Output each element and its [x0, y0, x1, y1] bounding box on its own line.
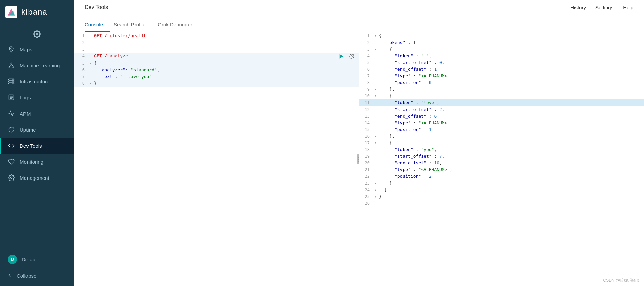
output-line-19: 19 "start_offset" : 7, [359, 153, 644, 160]
sidebar-item-ml[interactable]: Machine Learning [0, 57, 74, 73]
uptime-icon [8, 126, 15, 133]
avatar: D [8, 255, 17, 264]
editor-code-area[interactable]: 1 GET /_cluster/health 2 3 [74, 32, 359, 286]
svg-point-20 [11, 177, 12, 179]
svg-point-4 [11, 48, 12, 49]
sidebar-collapse[interactable]: Collapse [0, 268, 74, 283]
output-line-22: 22 "position" : 2 [359, 173, 644, 180]
output-line-5: 5 "start_offset" : 0, [359, 59, 644, 66]
sidebar-item-apm-label: APM [20, 111, 31, 117]
pane-divider[interactable] [357, 154, 359, 164]
editor-line-4: 4 GET /_analyze [74, 53, 359, 60]
tab-grok-debugger[interactable]: Grok Debugger [158, 18, 199, 32]
logo: kibana [0, 0, 74, 24]
tabs: Console Search Profiler Grok Debugger [74, 15, 644, 32]
editor-line-1: 1 GET /_cluster/health [74, 32, 359, 39]
sidebar-item-apm[interactable]: APM [0, 105, 74, 122]
output-line-6: 6 "end_offset" : 1, [359, 66, 644, 73]
run-button[interactable] [338, 53, 345, 60]
tab-search-profiler[interactable]: Search Profiler [114, 18, 154, 32]
settings-link[interactable]: Settings [595, 5, 613, 10]
output-line-25: 25 ▴ } [359, 193, 644, 200]
output-line-15: 15 "position" : 1 [359, 126, 644, 133]
topbar: Dev Tools History Settings Help [74, 0, 644, 15]
editor-line-3: 3 [74, 46, 359, 53]
sidebar: kibana Maps Machine Learning [0, 0, 74, 286]
output-line-7: 7 "type" : "<ALPHANUM>", [359, 73, 644, 79]
editor-line-7: 7 "text": "i love you" [74, 73, 359, 80]
output-line-1: 1 ▾ { [359, 32, 644, 39]
sidebar-top-icon[interactable] [0, 27, 74, 41]
output-line-21: 21 "type" : "<ALPHANUM>", [359, 166, 644, 173]
output-line-14: 14 "type" : "<ALPHANUM>", [359, 120, 644, 126]
sidebar-item-ml-label: Machine Learning [20, 63, 60, 68]
page-title: Dev Tools [85, 4, 108, 10]
output-line-24: 24 ▴ ] [359, 187, 644, 193]
output-line-26: 26 [359, 200, 644, 207]
output-line-16: 16 ▴ }, [359, 133, 644, 140]
sidebar-user[interactable]: D Default [0, 250, 74, 268]
sidebar-user-label: Default [22, 257, 38, 262]
right-output-pane: 1 ▾ { 2 "tokens" : [ 3 ▾ { [359, 32, 644, 286]
sidebar-bottom: D Default Collapse [0, 247, 74, 286]
output-line-3: 3 ▾ { [359, 46, 644, 53]
editor-line-2: 2 [74, 39, 359, 46]
sidebar-item-monitoring[interactable]: Monitoring [0, 154, 74, 170]
maps-icon [8, 46, 15, 53]
editor-line-8: 8 ▴ } [74, 80, 359, 87]
output-line-12: 12 "start_offset" : 2, [359, 106, 644, 113]
svg-point-7 [13, 67, 14, 68]
line-4-actions [338, 53, 359, 60]
sidebar-item-management[interactable]: Management [0, 170, 74, 186]
sidebar-item-management-label: Management [20, 175, 49, 181]
sidebar-item-logs[interactable]: Logs [0, 89, 74, 105]
left-editor-pane[interactable]: 1 GET /_cluster/health 2 3 [74, 32, 359, 286]
svg-point-3 [36, 33, 38, 35]
help-link[interactable]: Help [623, 5, 633, 10]
sidebar-item-maps[interactable]: Maps [0, 41, 74, 57]
output-line-8: 8 "position" : 0 [359, 79, 644, 86]
apm-icon [8, 110, 15, 117]
editor-line-5: 5 ▾ { [74, 60, 359, 67]
main-content: Dev Tools History Settings Help Console … [74, 0, 644, 286]
output-line-9: 9 ▴ }, [359, 86, 644, 93]
svg-point-5 [11, 63, 12, 64]
logs-icon [8, 94, 15, 101]
svg-point-6 [9, 67, 10, 68]
svg-marker-21 [340, 54, 343, 59]
sidebar-item-devtools-label: Dev Tools [20, 143, 42, 149]
infra-icon [8, 78, 15, 85]
output-line-10: 10 ▾ { [359, 93, 644, 99]
svg-point-13 [13, 79, 13, 80]
editor-area: 1 GET /_cluster/health 2 3 [74, 32, 644, 286]
sidebar-item-infrastructure[interactable]: Infrastructure [0, 73, 74, 89]
sidebar-item-maps-label: Maps [20, 47, 32, 52]
sidebar-item-devtools[interactable]: Dev Tools [0, 138, 74, 154]
sidebar-item-uptime-label: Uptime [20, 127, 36, 133]
history-link[interactable]: History [570, 5, 586, 10]
devtools-icon [8, 142, 15, 149]
output-line-18: 18 "token" : "you", [359, 146, 644, 153]
kibana-logo-icon [5, 6, 17, 18]
output-line-13: 13 "end_offset" : 6, [359, 113, 644, 120]
sidebar-item-infra-label: Infrastructure [20, 79, 49, 84]
collapse-label: Collapse [17, 273, 36, 279]
output-line-23: 23 ▴ } [359, 180, 644, 187]
editor-line-6: 6 "analyzer": "standard", [74, 67, 359, 73]
kibana-logo-text: kibana [21, 7, 47, 17]
monitoring-icon [8, 158, 15, 165]
output-line-17: 17 ▾ { [359, 140, 644, 146]
ml-icon [8, 62, 15, 69]
sidebar-item-uptime[interactable]: Uptime [0, 122, 74, 138]
tab-console[interactable]: Console [85, 18, 110, 32]
svg-line-9 [11, 64, 13, 67]
sidebar-item-logs-label: Logs [20, 95, 31, 100]
output-code-area[interactable]: 1 ▾ { 2 "tokens" : [ 3 ▾ { [359, 32, 644, 286]
output-line-11: 11 "token" : "love", [359, 99, 644, 106]
output-line-4: 4 "token" : "i", [359, 53, 644, 59]
settings-button[interactable] [348, 53, 355, 60]
output-line-2: 2 "tokens" : [ [359, 39, 644, 46]
topbar-actions: History Settings Help [570, 5, 633, 10]
svg-point-14 [13, 81, 13, 82]
svg-point-22 [351, 56, 352, 57]
